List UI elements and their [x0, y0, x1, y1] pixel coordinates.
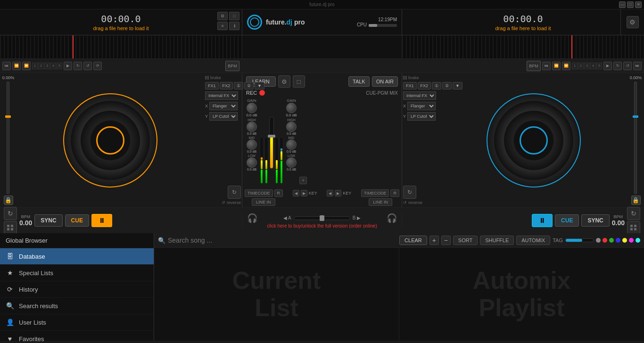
minimize-button[interactable]: — [619, 1, 626, 8]
deck-a-reverse-button[interactable]: ↺ reverse [222, 200, 241, 205]
sidebar-item-user-lists[interactable]: 👤 User Lists [0, 314, 154, 331]
mixer-settings-icon[interactable]: ⚙ [278, 75, 290, 88]
clear-button[interactable]: CLEAR [399, 236, 427, 245]
ab-crossfader-track[interactable] [294, 216, 350, 220]
deck-b-cue-5[interactable]: 5 [596, 63, 602, 69]
deck-a-skip-start[interactable]: ⏮ [2, 62, 11, 70]
deck-a-cue-button[interactable]: CUE [65, 214, 89, 227]
timecode-a-button[interactable]: TIMECODE [245, 189, 273, 197]
color-dot-gray[interactable] [596, 238, 601, 243]
remove-from-list-button[interactable]: − [441, 236, 451, 245]
mixer-expand-icon[interactable]: □ [293, 75, 305, 88]
gain-a-knob[interactable] [247, 103, 257, 113]
sidebar-item-favorites[interactable]: ♥ Favorites [0, 331, 154, 343]
mid-b-knob[interactable] [286, 139, 297, 150]
deck-b-grid-button[interactable] [627, 221, 640, 234]
deck-b-lock-button[interactable]: 🔒 [631, 196, 641, 205]
deck-a-loop-button[interactable]: ↻ [228, 186, 241, 199]
key-b-down[interactable]: ◀ [327, 190, 333, 196]
deck-a-eq-icon[interactable]: ≡ [217, 22, 228, 30]
color-dot-cyan[interactable] [636, 238, 640, 243]
ab-crossfader-thumb[interactable] [320, 215, 324, 221]
deck-a-info-icon[interactable]: ℹ [229, 22, 239, 30]
deck-a-grid-button[interactable] [4, 221, 17, 234]
automix-button[interactable]: AUTOMIX [516, 236, 550, 245]
deck-a-repeat-button[interactable]: ↻ [4, 207, 17, 220]
talk-button[interactable]: TALK [348, 76, 370, 87]
rec-indicator[interactable] [259, 90, 265, 96]
deck-b-flanger-select[interactable]: Flanger [407, 102, 436, 110]
deck-a-lock-button[interactable]: 🔒 [4, 196, 13, 205]
settings-gear-button[interactable]: ⚙ [627, 16, 639, 28]
deck-a-cue-1[interactable]: 1 [32, 63, 38, 69]
deck-a-fx-num1[interactable]: ① [234, 82, 243, 90]
deck-a-fx1-button[interactable]: FX1 [205, 82, 219, 90]
key-b-up[interactable]: ▶ [335, 190, 341, 196]
deck-a-next-cue[interactable]: ⏩ [22, 62, 31, 70]
maximize-button[interactable]: □ [627, 1, 634, 8]
deck-b-lpcutoff-select[interactable]: LP Cutoff [407, 112, 436, 121]
deck-a-cue-4[interactable]: 4 [50, 63, 56, 69]
deck-b-cue-1[interactable]: 1 [572, 63, 578, 69]
deck-a-fx2-button[interactable]: FX2 [220, 82, 233, 90]
upgrade-notice[interactable]: click here to buy/unlock the full versio… [267, 223, 377, 229]
deck-a-cue-3[interactable]: 3 [44, 63, 50, 69]
high-b-knob[interactable] [286, 122, 297, 132]
deck-b-fx2-button[interactable]: FX2 [418, 82, 431, 90]
deck-b-cue-2[interactable]: 2 [578, 63, 584, 69]
deck-a-play-cue[interactable]: ▶ [64, 62, 72, 70]
add-to-list-button[interactable]: + [429, 236, 439, 245]
deck-a-expand-icon[interactable]: □ [229, 12, 239, 20]
color-dot-green[interactable] [609, 238, 614, 243]
deck-b-repeat-button[interactable]: ↻ [627, 207, 640, 220]
deck-a-sync-button[interactable]: SYNC [34, 214, 62, 227]
shuffle-button[interactable]: SHUFFLE [480, 236, 514, 245]
deck-a-prev-cue[interactable]: ⏪ [12, 62, 21, 70]
add-track-button[interactable]: + [299, 177, 307, 184]
deck-a-flanger-select[interactable]: Flanger [209, 102, 238, 110]
deck-a-lpcutoff-select[interactable]: LP Cutoff [209, 112, 238, 121]
deck-b-internal-fx-select[interactable]: Internal FX [403, 91, 436, 100]
deck-a-fx-num2[interactable]: ② [244, 82, 254, 90]
deck-a-fx-down[interactable]: ▼ [255, 82, 264, 90]
sidebar-item-special-lists[interactable]: ★ Special Lists [0, 265, 154, 281]
deck-b-skip-start[interactable]: ⏮ [542, 62, 551, 70]
r-b-button[interactable]: R [390, 189, 399, 197]
fader-a-thumb[interactable] [268, 135, 275, 138]
color-dot-yellow[interactable] [622, 238, 627, 243]
deck-b-turntable[interactable] [487, 93, 581, 188]
deck-b-play-button[interactable]: ⏸ [532, 214, 553, 227]
headphone-left-icon[interactable]: 🎧 [247, 213, 257, 223]
line-in-a-button[interactable]: LINE IN [252, 198, 275, 206]
timecode-b-button[interactable]: TIMECODE [361, 189, 389, 197]
deck-b-cue-button[interactable]: CUE [555, 214, 579, 227]
deck-b-cue-3[interactable]: 3 [584, 63, 590, 69]
deck-b-sync-button[interactable]: SYNC [581, 214, 609, 227]
deck-a-internal-fx-select[interactable]: Internal FX [205, 91, 238, 100]
color-dot-red[interactable] [603, 238, 607, 243]
r-a-button[interactable]: R [274, 189, 283, 197]
mid-a-knob[interactable] [247, 139, 257, 150]
key-a-down[interactable]: ◀ [293, 190, 299, 196]
sidebar-item-database[interactable]: 🗄 Database [0, 248, 154, 265]
deck-a-bpm-button[interactable]: BPM [225, 61, 239, 71]
high-a-knob[interactable] [247, 122, 257, 132]
close-button[interactable]: ✕ [635, 1, 642, 8]
deck-b-reverse-button[interactable]: ↺ reverse [403, 200, 422, 205]
line-in-b-button[interactable]: LINE IN [369, 198, 392, 206]
color-dot-purple[interactable] [629, 238, 634, 243]
deck-a-settings-icon[interactable]: ⚙ [217, 12, 228, 20]
deck-a-cue-5[interactable]: 5 [57, 63, 62, 69]
deck-b-prev-cue[interactable]: ⏪ [552, 62, 561, 70]
deck-b-loop2[interactable]: ↺ [623, 62, 632, 70]
sort-button[interactable]: SORT [453, 236, 478, 245]
deck-a-loop3[interactable]: ⟳ [93, 62, 102, 70]
deck-b-loop[interactable]: ↻ [613, 62, 622, 70]
deck-b-loop-button[interactable]: ↻ [403, 186, 416, 199]
sidebar-item-search-results[interactable]: 🔍 Search results [0, 298, 154, 314]
headphone-right-icon[interactable]: 🎧 [387, 213, 397, 223]
deck-b-cue-4[interactable]: 4 [590, 63, 596, 69]
deck-b-play-cue[interactable]: ▶ [603, 62, 612, 70]
deck-a-play-button[interactable]: ⏸ [91, 214, 112, 227]
sidebar-item-history[interactable]: ⟳ History [0, 281, 154, 298]
